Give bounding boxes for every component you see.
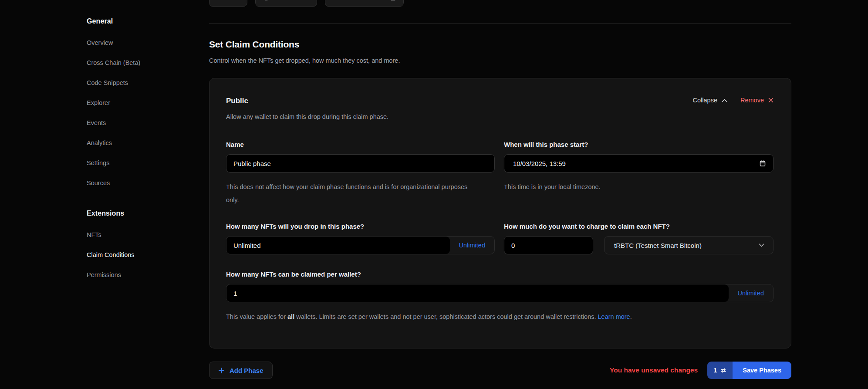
contract-address-button[interactable]: 0xcDcC...40c9 xyxy=(255,0,317,7)
sidebar-item-sources[interactable]: Sources xyxy=(87,179,191,187)
sidebar-item-cross-chain[interactable]: Cross Chain (Beta) xyxy=(87,59,191,67)
add-phase-button[interactable]: Add Phase xyxy=(209,362,273,379)
field-start-time: When will this phase start? 10/03/2025, … xyxy=(504,140,773,206)
supply-input[interactable] xyxy=(226,237,450,254)
sidebar: General Overview Cross Chain (Beta) Code… xyxy=(87,17,191,291)
sidebar-section-general: General Overview Cross Chain (Beta) Code… xyxy=(87,17,191,187)
swap-arrows-icon xyxy=(720,368,726,373)
claim-phase-card: Public Allow any wallet to claim this dr… xyxy=(209,78,791,348)
helper-text: This value applies for xyxy=(226,313,287,320)
per-wallet-input[interactable] xyxy=(226,284,729,302)
contract-address-label: 0xcDcC...40c9 xyxy=(273,0,310,1)
sidebar-item-permissions[interactable]: Permissions xyxy=(87,271,191,279)
add-phase-label: Add Phase xyxy=(230,367,263,374)
per-wallet-helper: This value applies for all wallets. Limi… xyxy=(226,310,727,323)
currency-select-value: tRBTC (Testnet Smart Bitcoin) xyxy=(614,242,702,249)
explorer-link-label: Rootstock Blockscout xyxy=(332,0,386,1)
page-subtitle: Control when the NFTs get dropped, how m… xyxy=(209,57,400,64)
sidebar-item-nfts[interactable]: NFTs xyxy=(87,231,191,239)
field-price: How much do you want to charge to claim … xyxy=(504,222,773,254)
supply-input-group: Unlimited xyxy=(226,236,495,254)
explorer-link-button[interactable]: Rootstock Blockscout xyxy=(325,0,404,7)
helper-bold-text: all xyxy=(287,313,294,320)
unsaved-changes-text: You have unsaved changes xyxy=(610,366,698,374)
sidebar-item-explorer[interactable]: Explorer xyxy=(87,99,191,107)
sidebar-section-title: General xyxy=(87,17,191,25)
start-field-helper: This time is in your local timezone. xyxy=(504,180,773,193)
plus-icon xyxy=(218,367,225,374)
sidebar-item-settings[interactable]: Settings xyxy=(87,159,191,167)
close-icon xyxy=(768,98,773,103)
supply-field-label: How many NFTs will you drop in this phas… xyxy=(226,222,495,231)
phase-description: Allow any wallet to claim this drop duri… xyxy=(226,112,388,121)
save-phases-button[interactable]: Save Phases xyxy=(733,362,791,379)
helper-text: wallets. Limits are set per wallets and … xyxy=(294,313,598,320)
name-field-label: Name xyxy=(226,140,495,149)
external-link-icon xyxy=(390,0,396,1)
page-title: Set Claim Conditions xyxy=(209,39,299,50)
sidebar-item-events[interactable]: Events xyxy=(87,119,191,127)
per-wallet-input-group: Unlimited xyxy=(226,284,773,302)
sidebar-item-claim-conditions[interactable]: Claim Conditions xyxy=(87,251,191,259)
price-field-label: How much do you want to charge to claim … xyxy=(504,222,773,231)
save-phases-split-button: 1 Save Phases xyxy=(707,362,791,379)
phase-title: Public xyxy=(226,96,388,106)
helper-text: . xyxy=(630,313,632,320)
name-field-helper: This does not affect how your claim phas… xyxy=(226,180,476,206)
remove-phase-button[interactable]: Remove xyxy=(740,97,773,104)
pending-count: 1 xyxy=(713,367,717,374)
save-phases-label: Save Phases xyxy=(743,367,781,374)
field-supply: How many NFTs will you drop in this phas… xyxy=(226,222,495,254)
start-datetime-input[interactable]: 10/03/2025, 13:59 xyxy=(504,154,773,173)
sidebar-item-overview[interactable]: Overview xyxy=(87,39,191,47)
collapse-button[interactable]: Collapse xyxy=(693,97,727,104)
sidebar-section-title: Extensions xyxy=(87,210,191,217)
pending-transactions-badge[interactable]: 1 xyxy=(707,362,733,379)
chevron-down-icon xyxy=(759,244,764,247)
footer-actions: Add Phase You have unsaved changes 1 Sav… xyxy=(209,362,791,379)
copy-icon xyxy=(263,0,269,1)
main-content: 0xcDcC...40c9 Rootstock Blockscout Set C… xyxy=(209,0,791,389)
contract-action-button[interactable] xyxy=(209,0,247,7)
sidebar-section-extensions: Extensions NFTs Claim Conditions Permiss… xyxy=(87,210,191,279)
chevron-up-icon xyxy=(722,98,727,102)
sidebar-item-analytics[interactable]: Analytics xyxy=(87,139,191,147)
start-field-label: When will this phase start? xyxy=(504,140,773,149)
header-divider xyxy=(209,23,791,24)
remove-label: Remove xyxy=(740,97,764,104)
price-amount-input[interactable] xyxy=(504,236,593,254)
calendar-icon xyxy=(759,160,766,167)
learn-more-link[interactable]: Learn more xyxy=(598,313,630,320)
collapse-label: Collapse xyxy=(693,97,717,104)
field-per-wallet: How many NFTs can be claimed per wallet?… xyxy=(226,270,773,323)
per-wallet-field-label: How many NFTs can be claimed per wallet? xyxy=(226,270,773,279)
field-name: Name This does not affect how your claim… xyxy=(226,140,495,206)
currency-select[interactable]: tRBTC (Testnet Smart Bitcoin) xyxy=(604,236,773,254)
supply-unlimited-toggle[interactable]: Unlimited xyxy=(450,237,494,254)
per-wallet-unlimited-toggle[interactable]: Unlimited xyxy=(729,284,773,302)
start-datetime-value: 10/03/2025, 13:59 xyxy=(513,160,566,167)
sidebar-item-code-snippets[interactable]: Code Snippets xyxy=(87,79,191,87)
contract-header-actions: 0xcDcC...40c9 Rootstock Blockscout xyxy=(209,0,404,7)
name-input[interactable] xyxy=(226,154,495,173)
